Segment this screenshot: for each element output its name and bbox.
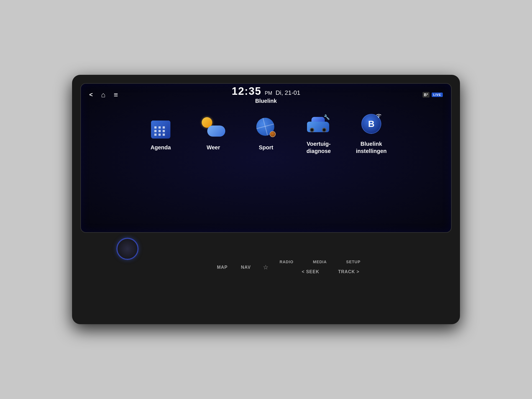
nav-button[interactable]: NAV — [234, 263, 258, 272]
back-button[interactable]: < — [89, 91, 93, 98]
live-badge: LIVE — [432, 93, 443, 97]
apps-grid: Agenda Weer — [81, 106, 451, 160]
app-voertuig[interactable]: 🔧 Voertuig- diagnose — [301, 111, 337, 155]
calendar-grid — [154, 126, 166, 136]
voertuig-icon-wrapper: 🔧 — [306, 111, 331, 136]
signal-badge: B³ — [423, 92, 429, 98]
seek-button[interactable]: < SEEK — [295, 267, 326, 277]
current-date: Di, 21-01 — [275, 89, 300, 96]
clock-ampm: PM — [265, 90, 272, 96]
menu-button[interactable]: ≡ — [114, 91, 118, 99]
sport-ball-small-icon — [270, 131, 276, 137]
screen-title: Bluelink — [255, 98, 277, 104]
bluelink-label-line1: Bluelink — [360, 141, 382, 147]
cal-dot — [158, 126, 161, 129]
cal-dot — [163, 126, 165, 129]
wifi-icon — [376, 113, 382, 118]
voertuig-label: Voertuig- diagnose — [306, 140, 331, 155]
bluelink-label: Bluelink instellingen — [356, 140, 387, 155]
cal-dot — [154, 134, 157, 136]
bluelink-settings-icon-wrapper: B ³ — [359, 111, 384, 136]
status-icons: B³ LIVE — [423, 92, 443, 98]
app-sport[interactable]: Sport — [248, 115, 284, 151]
sport-icon — [255, 116, 277, 139]
cloud-shape — [207, 126, 225, 137]
agenda-label: Agenda — [150, 144, 171, 151]
bluelink-settings-icon: B ³ — [360, 113, 382, 135]
weer-icon-wrapper — [201, 115, 226, 140]
sport-icon-wrapper — [254, 115, 278, 140]
app-agenda[interactable]: Agenda — [143, 115, 179, 151]
bottom-controls: MAP NAV ☆ RADIO MEDIA SETUP < SEEK TRACK… — [80, 238, 452, 294]
cal-dot — [163, 134, 165, 136]
cal-dot — [154, 126, 157, 129]
bluelink-letter: B — [368, 119, 374, 129]
bluelink-label-line2: instellingen — [356, 148, 387, 154]
setup-button[interactable]: SETUP — [341, 258, 366, 265]
calendar-icon — [150, 116, 172, 139]
cal-dot — [154, 130, 157, 132]
cal-dot — [158, 130, 161, 132]
center-info: 12:35 PM Di, 21-01 Bluelink — [232, 85, 300, 104]
app-bluelink-settings[interactable]: B ³ Bluelink instellingen — [353, 111, 389, 155]
media-button[interactable]: MEDIA — [307, 258, 332, 265]
sport-label: Sport — [259, 144, 273, 151]
app-weer[interactable]: Weer — [195, 115, 231, 151]
car-diagnostics-icon: 🔧 — [307, 114, 331, 134]
cal-dot — [163, 130, 165, 132]
agenda-icon-wrapper — [148, 115, 173, 140]
track-button[interactable]: TRACK > — [331, 267, 366, 277]
top-bar: < ⌂ ≡ 12:35 PM Di, 21-01 Bluelink B³ LIV… — [81, 84, 451, 106]
cal-dot — [158, 134, 161, 136]
voertuig-label-line2: diagnose — [306, 148, 331, 154]
car-wheel-left — [310, 128, 314, 132]
weather-icon — [202, 117, 225, 138]
nav-controls: < ⌂ ≡ — [89, 91, 118, 99]
calendar-body — [151, 121, 170, 139]
radio-button[interactable]: RADIO — [274, 258, 299, 265]
map-button[interactable]: MAP — [210, 263, 234, 272]
car-infotainment-panel: < ⌂ ≡ 12:35 PM Di, 21-01 Bluelink B³ LIV… — [72, 75, 460, 324]
favorites-button[interactable]: ☆ — [257, 262, 274, 273]
weer-label: Weer — [207, 144, 220, 151]
infotainment-screen: < ⌂ ≡ 12:35 PM Di, 21-01 Bluelink B³ LIV… — [80, 83, 452, 233]
home-button[interactable]: ⌂ — [101, 91, 106, 99]
voertuig-label-line1: Voertuig- — [307, 141, 331, 147]
clock-time: 12:35 — [232, 85, 261, 97]
wrench-icon: 🔧 — [324, 114, 329, 120]
car-body — [307, 122, 329, 132]
volume-knob[interactable] — [116, 238, 139, 260]
car-wheel-right — [322, 128, 326, 132]
